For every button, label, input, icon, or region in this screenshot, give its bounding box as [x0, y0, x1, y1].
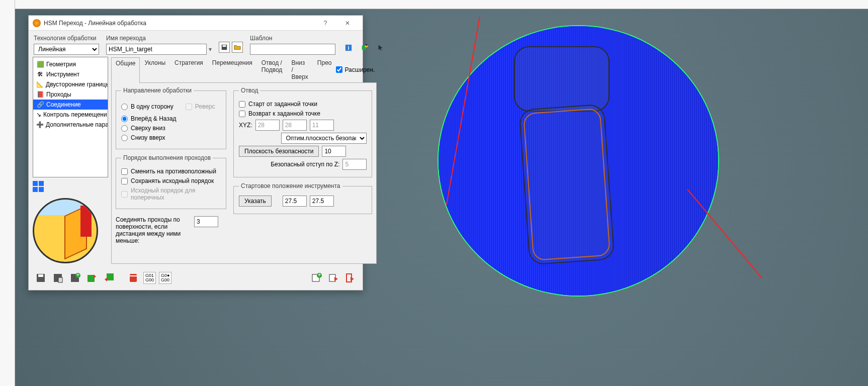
save-template-button[interactable] [219, 42, 230, 53]
svg-rect-17 [130, 275, 137, 276]
order-legend: Порядок выполнения проходов [121, 154, 213, 161]
svg-text:+: + [365, 44, 368, 48]
open-template-button[interactable] [232, 42, 243, 53]
tab-moves[interactable]: Перемещения [208, 57, 257, 82]
toolpath-surface [438, 25, 719, 297]
insert-button[interactable] [102, 271, 116, 285]
dir-zigzag-radio[interactable] [121, 116, 128, 122]
window-title: HSM Переход - Линейная обработка [44, 20, 314, 27]
connection-preview-image [33, 198, 98, 263]
tab-updown[interactable]: Вниз / Вверх [287, 57, 312, 82]
feature-pocket-1 [514, 46, 610, 112]
order-group: Порядок выполнения проходов Сменить на п… [116, 154, 226, 209]
tool-icon: 🛠 [36, 70, 44, 78]
swap-order-checkbox[interactable] [121, 168, 128, 175]
direction-legend: Направление обработки [121, 87, 194, 94]
tree-tool[interactable]: 🛠Инструмент [33, 69, 108, 79]
hsm-pass-dialog: HSM Переход - Линейная обработка ? ✕ Тех… [28, 15, 363, 291]
dialog-footer: + G01 G00 G0● G00 + [29, 268, 363, 290]
xyz-label: XYZ: [239, 122, 252, 129]
safety-plane-mode-select[interactable]: Оптим.плоскость безопасности [281, 133, 367, 144]
connection-icon: 🔗 [36, 101, 44, 109]
motion-icon: ↘ [36, 111, 41, 119]
tab-general[interactable]: Общие [111, 57, 140, 83]
save-plus-button[interactable]: + [68, 271, 82, 285]
direction-group: Направление обработки В одну сторону Рев… [116, 87, 226, 149]
svg-text:i: i [348, 45, 350, 51]
join-dist-label: Соединять проходы по поверхности, если д… [116, 216, 191, 244]
dir-bottomup-radio[interactable] [121, 135, 128, 141]
view-grid-button[interactable] [33, 181, 44, 192]
svg-rect-15 [107, 273, 114, 280]
template-label: Шаблон [250, 35, 335, 42]
safez-input [342, 159, 367, 170]
close-button[interactable]: ✕ [336, 16, 359, 30]
tree-motion-control[interactable]: ↘Контроль перемещени [33, 110, 108, 120]
startpos-group: Стартовое положение инструмента Указать [233, 182, 372, 214]
tab-strategy[interactable]: Стратегия [170, 57, 208, 82]
svg-text:+: + [76, 272, 79, 278]
startpos-legend: Стартовое положение инструмента [239, 182, 342, 189]
help-button[interactable]: ? [314, 16, 336, 30]
boundaries-icon: 📐 [36, 80, 44, 88]
join-dist-input[interactable] [194, 216, 218, 227]
extended-checkbox[interactable] [336, 66, 342, 73]
start-point-checkbox[interactable] [239, 101, 245, 108]
info-icon[interactable]: i [342, 42, 355, 54]
add-pass-icon[interactable]: + [359, 42, 371, 54]
safety-plane-button[interactable]: Плоскость безопасности [239, 146, 319, 157]
tree-boundaries[interactable]: 📐Двусторонние границы [33, 79, 108, 89]
save-calc-button[interactable] [51, 271, 65, 285]
book-button[interactable] [126, 271, 140, 285]
svg-rect-14 [88, 275, 95, 282]
svg-text:+: + [317, 272, 321, 278]
startpos-y-input[interactable] [310, 196, 334, 207]
app-left-panel-edge [0, 0, 15, 386]
pick-startpos-button[interactable]: Указать [239, 196, 272, 207]
passname-input[interactable] [106, 44, 207, 55]
gcode-g01-button[interactable]: G01 G00 [143, 272, 156, 284]
safety-plane-input[interactable] [322, 146, 346, 157]
orig-cross-checkbox [121, 191, 128, 198]
svg-rect-10 [58, 277, 62, 282]
dropdown-icon[interactable]: ▾ [209, 46, 212, 53]
titlebar[interactable]: HSM Переход - Линейная обработка ? ✕ [29, 16, 363, 31]
retract-legend: Отвод [239, 87, 260, 94]
y-input [283, 120, 307, 131]
feature-pocket-2 [518, 104, 615, 265]
template-input[interactable] [250, 44, 335, 55]
dir-oneway-radio[interactable] [121, 104, 128, 110]
app-icon [33, 19, 41, 27]
tree-extra-params[interactable]: ➕Дополнительные пара [33, 120, 108, 130]
tree-connection[interactable]: 🔗Соединение [33, 100, 108, 110]
keep-order-checkbox[interactable] [121, 178, 128, 184]
tech-select[interactable]: Линейная [34, 44, 99, 55]
save-button[interactable] [34, 271, 48, 285]
dir-topdown-radio[interactable] [121, 125, 128, 132]
reverse-checkbox [186, 104, 192, 110]
tree-geometry[interactable]: 🟩Геометрия [33, 59, 108, 69]
tab-overflow[interactable]: Прео [313, 57, 336, 82]
svg-rect-8 [38, 274, 43, 277]
tab-lead[interactable]: Отвод / Подвод [257, 57, 287, 82]
add-to-list-button[interactable]: + [309, 271, 323, 285]
sections-tree[interactable]: 🟩Геометрия 🛠Инструмент 📐Двусторонние гра… [33, 57, 108, 177]
safez-label: Безопасный отступ по Z: [239, 161, 339, 168]
gcode-g0-button[interactable]: G0● G00 [159, 272, 171, 284]
startpos-x-input[interactable] [283, 196, 307, 207]
passname-label: Имя перехода [106, 35, 212, 42]
replace-button[interactable] [85, 271, 99, 285]
geometry-icon: 🟩 [36, 60, 44, 68]
exit-button[interactable] [343, 271, 358, 285]
app-menubar-edge [0, 0, 868, 9]
return-point-checkbox[interactable] [239, 111, 245, 117]
tech-label: Технология обработки [34, 35, 99, 42]
cursor-icon[interactable] [375, 42, 387, 54]
export-button[interactable] [326, 271, 340, 285]
x-input [255, 120, 280, 131]
tab-slopes[interactable]: Уклоны [140, 57, 170, 82]
z-input [310, 120, 334, 131]
plus-icon: ➕ [36, 121, 44, 129]
svg-rect-1 [223, 45, 226, 47]
tree-passes[interactable]: 📕Проходы [33, 89, 108, 100]
